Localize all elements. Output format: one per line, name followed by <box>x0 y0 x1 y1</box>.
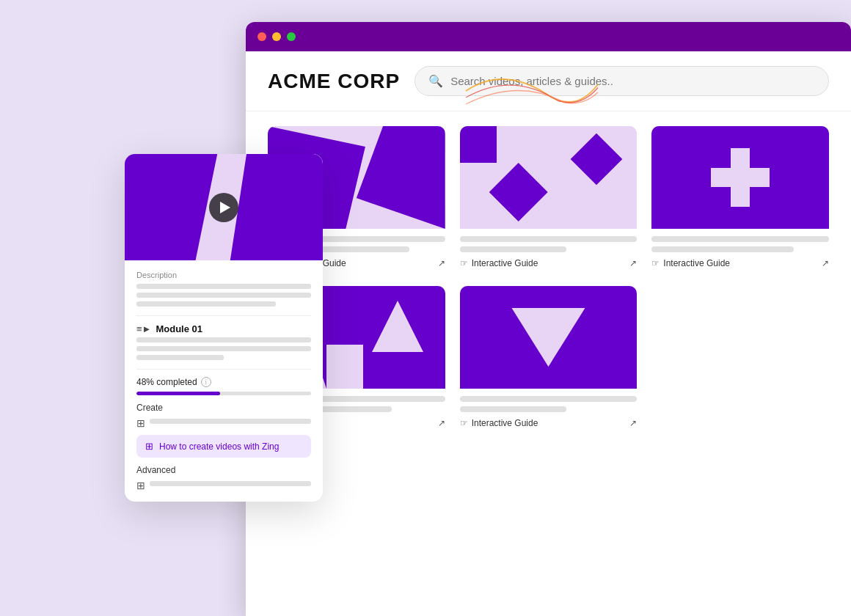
card-text-line <box>460 246 566 252</box>
play-button[interactable] <box>209 193 238 222</box>
text-line <box>150 419 311 424</box>
card-text-line <box>460 406 566 412</box>
create-label: Create <box>136 403 311 413</box>
advanced-label: Advanced <box>136 465 311 475</box>
create-section: Create ⊞ ⊞ How to create videos with Zin… <box>136 403 311 458</box>
highlighted-link-item[interactable]: ⊞ How to create videos with Zing <box>136 435 311 458</box>
card-type: ☞ Interactive Guide <box>651 258 730 268</box>
content-area: ☞ Interactive Guide ↗ <box>246 111 851 616</box>
description-lines <box>136 284 311 307</box>
card-footer: ☞ Interactive Guide ↗ <box>460 258 638 268</box>
card-type-label: Interactive Guide <box>472 418 538 428</box>
card-text-line <box>651 246 793 252</box>
card-thumbnail-5 <box>460 286 638 389</box>
description-label: Description <box>136 271 311 279</box>
card-type: ☞ Interactive Guide <box>460 258 538 268</box>
cursor-icon: ☞ <box>460 418 468 428</box>
text-line <box>150 481 311 486</box>
panel-divider <box>136 315 311 316</box>
search-input[interactable] <box>450 75 815 87</box>
text-line <box>136 293 311 298</box>
traffic-light-red[interactable] <box>258 32 266 41</box>
panel-video-thumbnail <box>125 154 323 260</box>
cursor-icon: ☞ <box>460 258 468 268</box>
card-footer: ☞ Interactive Guide ↗ <box>460 418 638 428</box>
external-link-icon[interactable]: ↗ <box>629 258 637 268</box>
text-line <box>136 284 311 289</box>
card-text-line <box>460 396 638 402</box>
content-card: ☞ Interactive Guide ↗ <box>460 286 638 431</box>
browser-content: ACME CORP 🔍 <box>246 51 851 616</box>
advanced-item-lines <box>150 481 311 490</box>
video-create-icon: ⊞ <box>145 441 153 452</box>
progress-label: 48% completed i <box>136 377 311 387</box>
card-meta-5: ☞ Interactive Guide ↗ <box>460 389 638 431</box>
module-icon: ≡► <box>136 323 151 334</box>
search-icon: 🔍 <box>428 74 443 88</box>
thumb-cross-v <box>731 148 750 207</box>
info-icon: i <box>201 377 211 387</box>
play-icon <box>220 202 230 213</box>
content-card: ☞ Interactive Guide ↗ <box>651 126 829 271</box>
browser-window: ACME CORP 🔍 <box>246 22 851 616</box>
text-line <box>136 301 276 307</box>
external-link-icon[interactable]: ↗ <box>438 258 445 268</box>
panel-divider <box>136 369 311 370</box>
thumb-shape <box>460 126 497 163</box>
external-link-icon[interactable]: ↗ <box>822 258 829 268</box>
module-lines <box>136 337 311 360</box>
progress-bar-background <box>136 392 311 395</box>
card-text-line <box>460 236 638 242</box>
cursor-icon: ☞ <box>651 258 660 268</box>
create-item: ⊞ <box>136 417 311 429</box>
advanced-item-icon: ⊞ <box>136 480 145 491</box>
traffic-light-yellow[interactable] <box>272 32 281 41</box>
panel-body: Description ≡► Module 01 48% completed i <box>125 260 323 502</box>
browser-titlebar <box>246 22 851 51</box>
card-footer: ☞ Interactive Guide ↗ <box>651 258 829 268</box>
create-item-lines <box>150 419 311 428</box>
card-text-line <box>651 236 829 242</box>
progress-section: 48% completed i <box>136 377 311 395</box>
progress-text: 48% completed <box>136 377 197 387</box>
external-link-icon[interactable]: ↗ <box>629 418 637 428</box>
module-header: ≡► Module 01 <box>136 323 311 334</box>
external-link-icon[interactable]: ↗ <box>438 418 445 428</box>
text-line <box>136 337 311 342</box>
floating-panel: Description ≡► Module 01 48% completed i <box>125 154 323 502</box>
card-type-label: Interactive Guide <box>663 258 730 268</box>
traffic-light-green[interactable] <box>287 32 296 41</box>
create-item-icon: ⊞ <box>136 417 145 429</box>
text-line <box>136 346 311 351</box>
module-title: Module 01 <box>156 323 202 334</box>
app-header: ACME CORP 🔍 <box>246 51 851 111</box>
advanced-section: Advanced ⊞ <box>136 465 311 491</box>
progress-bar-fill <box>136 392 220 395</box>
advanced-item: ⊞ <box>136 480 311 491</box>
card-type: ☞ Interactive Guide <box>460 418 538 428</box>
thumb-shape <box>326 345 363 389</box>
card-type-label: Interactive Guide <box>472 258 538 268</box>
thumb-shape <box>357 126 445 229</box>
card-thumbnail-2 <box>460 126 638 229</box>
card-thumbnail-3 <box>651 126 829 229</box>
content-card: ☞ Interactive Guide ↗ <box>460 126 638 271</box>
highlighted-link-text: How to create videos with Zing <box>159 441 279 452</box>
card-meta-2: ☞ Interactive Guide ↗ <box>460 229 638 271</box>
card-meta-3: ☞ Interactive Guide ↗ <box>651 229 829 271</box>
app-logo: ACME CORP <box>268 70 400 93</box>
content-grid: ☞ Interactive Guide ↗ <box>268 126 829 431</box>
search-bar[interactable]: 🔍 <box>414 66 829 96</box>
text-line <box>136 355 224 360</box>
